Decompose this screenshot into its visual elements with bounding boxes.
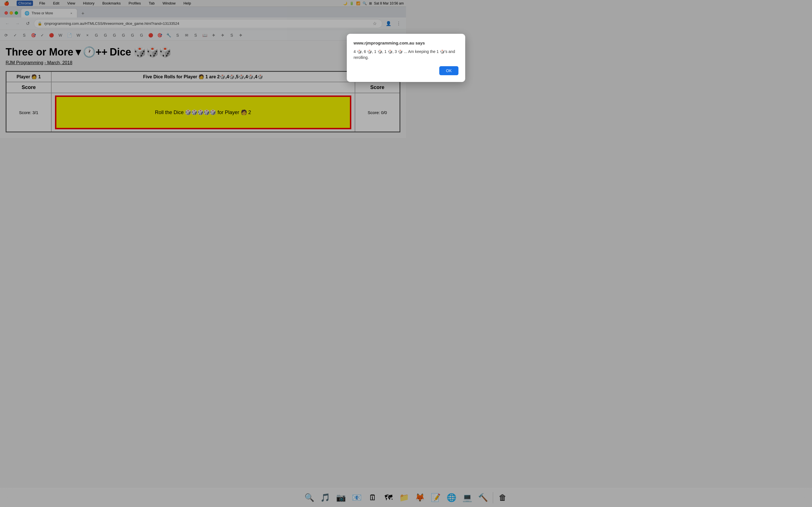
alert-overlay: www.rjmprogramming.com.au says 4 🎲, 6 🎲,… xyxy=(0,0,406,253)
alert-dialog: www.rjmprogramming.com.au says 4 🎲, 6 🎲,… xyxy=(347,34,406,82)
alert-header: www.rjmprogramming.com.au says xyxy=(354,41,406,45)
alert-body: 4 🎲, 6 🎲, 1 🎲, 1 🎲, 3 🎲 ... Am keeping t… xyxy=(354,49,406,61)
alert-buttons: OK xyxy=(354,66,406,75)
